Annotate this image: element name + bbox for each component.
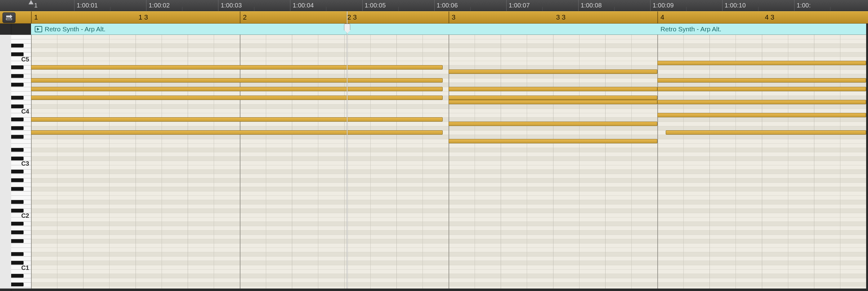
region-header-loop[interactable]: Retro Synth - Arp Alt. <box>657 24 866 35</box>
catch-playhead-button[interactable] <box>2 12 16 23</box>
bar-label: 3 <box>452 13 456 22</box>
bar-label: 3 3 <box>556 13 566 22</box>
midi-note[interactable] <box>448 139 657 143</box>
play-icon <box>35 26 42 32</box>
midi-note[interactable] <box>657 78 866 83</box>
locator-marker[interactable] <box>29 0 33 4</box>
svg-rect-0 <box>6 18 12 20</box>
piano-roll-grid[interactable] <box>31 35 866 289</box>
bar-label: 1 <box>34 13 38 22</box>
catch-icon <box>5 14 13 21</box>
time-ruler[interactable]: 11:00:011:00:021:00:031:00:041:00:051:00… <box>0 0 868 11</box>
bar-ruler[interactable]: 11 322 333 344 3 <box>0 11 868 24</box>
midi-note[interactable] <box>657 87 866 91</box>
midi-note[interactable] <box>31 78 443 83</box>
time-label: 1:00:06 <box>437 2 458 9</box>
bar-label: 2 3 <box>347 13 357 22</box>
bar-label: 1 3 <box>139 13 148 22</box>
midi-note[interactable] <box>448 122 657 126</box>
bar-label: 2 <box>243 13 247 22</box>
time-label: 1:00:08 <box>581 2 602 9</box>
time-label: 1:00:09 <box>653 2 674 9</box>
playhead-handle[interactable] <box>344 24 350 30</box>
octave-label: C2 <box>21 212 29 219</box>
octave-label: C1 <box>21 264 29 271</box>
bar-label: 4 <box>660 13 664 22</box>
region-name: Retro Synth - Arp Alt. <box>657 24 866 35</box>
time-label: 1:00:01 <box>76 2 98 9</box>
time-label: 1:00:04 <box>292 2 314 9</box>
midi-note[interactable] <box>31 87 443 91</box>
time-label: 1 <box>34 2 37 9</box>
octave-label: C5 <box>21 56 29 63</box>
midi-note[interactable] <box>657 61 866 65</box>
midi-note[interactable] <box>448 87 657 91</box>
time-label: 1:00:10 <box>725 2 746 9</box>
midi-note[interactable] <box>448 96 657 100</box>
midi-note[interactable] <box>666 130 866 135</box>
playhead[interactable] <box>347 11 347 289</box>
midi-note[interactable] <box>31 130 443 135</box>
bar-label: 4 3 <box>765 13 775 22</box>
midi-note[interactable] <box>657 113 866 117</box>
time-label: 1:00:03 <box>221 2 242 9</box>
octave-label: C4 <box>21 108 29 115</box>
midi-note[interactable] <box>31 65 443 69</box>
octave-label: C3 <box>21 160 29 167</box>
midi-note[interactable] <box>448 100 657 104</box>
piano-keyboard[interactable]: C5C4C3C2C1 <box>0 35 31 289</box>
midi-note[interactable] <box>31 117 443 122</box>
time-label: 1:00:02 <box>149 2 170 9</box>
time-label: 1:00: <box>797 2 811 9</box>
midi-note[interactable] <box>31 96 443 100</box>
midi-note[interactable] <box>448 69 657 74</box>
midi-note[interactable] <box>657 100 866 104</box>
time-label: 1:00:05 <box>365 2 386 9</box>
time-label: 1:00:07 <box>509 2 530 9</box>
